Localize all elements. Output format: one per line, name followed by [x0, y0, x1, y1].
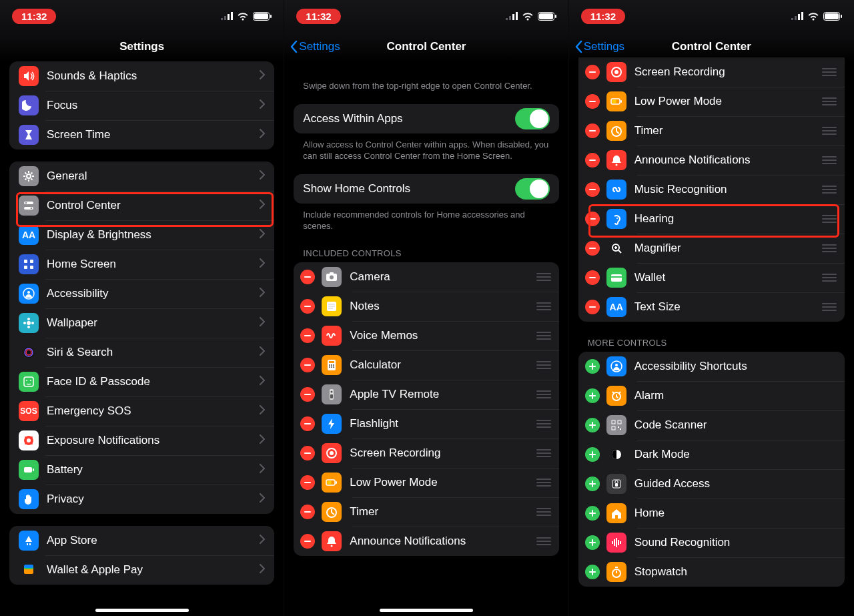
- access-within-apps-toggle[interactable]: [515, 108, 550, 129]
- recording-time-pill[interactable]: 11:32: [581, 9, 625, 24]
- settings-row-siri-search[interactable]: Siri & Search: [9, 338, 274, 367]
- control-row-home: Home: [578, 499, 845, 528]
- control-row-magnifier: Magnifier: [578, 234, 845, 263]
- settings-row-emergency-sos[interactable]: SOSEmergency SOS: [9, 396, 274, 426]
- add-button[interactable]: [585, 477, 600, 491]
- settings-row-sounds-haptics[interactable]: Sounds & Haptics: [9, 61, 274, 91]
- settings-row-display-brightness[interactable]: AADisplay & Brightness: [9, 220, 274, 250]
- svg-rect-6: [270, 15, 272, 18]
- svg-point-27: [26, 380, 27, 381]
- remove-button[interactable]: [300, 534, 315, 549]
- chevron-right-icon: [260, 229, 265, 238]
- settings-row-battery[interactable]: Battery: [9, 455, 274, 485]
- remove-button[interactable]: [585, 241, 600, 256]
- remove-button[interactable]: [300, 416, 315, 431]
- settings-row-screen-time[interactable]: Screen Time: [9, 120, 274, 149]
- reorder-grip-icon[interactable]: [535, 273, 552, 281]
- remove-button[interactable]: [300, 299, 315, 314]
- add-button[interactable]: [585, 388, 600, 403]
- add-button[interactable]: [585, 535, 600, 550]
- settings-content[interactable]: Sounds & HapticsFocusScreen Time General…: [0, 61, 284, 616]
- control-center-content[interactable]: Screen RecordingLow Power ModeTimerAnnou…: [569, 57, 854, 616]
- settings-row-focus[interactable]: Focus: [9, 91, 274, 120]
- reorder-grip-icon[interactable]: [535, 537, 552, 545]
- reorder-grip-icon[interactable]: [535, 390, 552, 398]
- control-label: Low Power Mode: [350, 476, 534, 489]
- control-label: Accessibility Shortcuts: [634, 360, 838, 373]
- reorder-grip-icon[interactable]: [821, 68, 838, 76]
- reorder-grip-icon[interactable]: [535, 449, 552, 457]
- add-button[interactable]: [585, 565, 600, 579]
- svg-rect-133: [615, 483, 618, 487]
- reorder-grip-icon[interactable]: [535, 332, 552, 340]
- chevron-right-icon: [260, 317, 265, 326]
- reorder-grip-icon[interactable]: [535, 508, 552, 516]
- settings-row-home-screen[interactable]: Home Screen: [9, 250, 274, 279]
- reorder-grip-icon[interactable]: [821, 127, 838, 135]
- remove-button[interactable]: [585, 182, 600, 197]
- settings-row-app-store[interactable]: App Store: [9, 526, 274, 555]
- remove-button[interactable]: [585, 153, 600, 168]
- recording-time-pill[interactable]: 11:32: [296, 9, 340, 24]
- settings-row-privacy[interactable]: Privacy: [9, 485, 274, 514]
- access-within-apps-row[interactable]: Access Within Apps: [294, 104, 558, 133]
- add-button[interactable]: [585, 506, 600, 521]
- nav-title: Settings: [119, 40, 164, 53]
- reorder-grip-icon[interactable]: [535, 479, 552, 487]
- remove-button[interactable]: [585, 270, 600, 285]
- remove-button[interactable]: [300, 475, 315, 490]
- row-label: Screen Time: [47, 128, 260, 141]
- settings-row-exposure-notifications[interactable]: Exposure Notifications: [9, 426, 274, 455]
- reorder-grip-icon[interactable]: [821, 97, 838, 105]
- settings-row-wallet-apple-pay[interactable]: Wallet & Apple Pay: [9, 555, 274, 585]
- reorder-grip-icon[interactable]: [535, 302, 552, 310]
- row-label: Emergency SOS: [47, 404, 260, 418]
- settings-row-accessibility[interactable]: Accessibility: [9, 279, 274, 308]
- home-indicator[interactable]: [95, 609, 189, 612]
- reorder-grip-icon[interactable]: [535, 361, 552, 369]
- add-button[interactable]: [585, 418, 600, 432]
- home-indicator[interactable]: [380, 609, 473, 612]
- back-button[interactable]: Settings: [290, 40, 340, 53]
- reorder-grip-icon[interactable]: [821, 156, 838, 164]
- remove-button[interactable]: [585, 94, 600, 109]
- guided-access-icon: [606, 474, 626, 494]
- remove-button[interactable]: [585, 65, 600, 79]
- svg-point-63: [329, 366, 330, 368]
- reorder-grip-icon[interactable]: [535, 420, 552, 428]
- reorder-grip-icon[interactable]: [821, 274, 838, 282]
- svg-rect-42: [512, 14, 514, 20]
- add-button[interactable]: [585, 447, 600, 462]
- add-button[interactable]: [585, 359, 600, 374]
- settings-row-general[interactable]: General: [9, 162, 274, 191]
- remove-button[interactable]: [585, 212, 600, 226]
- settings-row-face-id-passcode[interactable]: Face ID & Passcode: [9, 367, 274, 396]
- svg-point-11: [31, 208, 33, 210]
- show-home-controls-toggle[interactable]: [515, 178, 550, 200]
- reorder-grip-icon[interactable]: [821, 215, 838, 223]
- remove-button[interactable]: [300, 446, 315, 460]
- recording-time-pill[interactable]: 11:32: [12, 9, 56, 24]
- reorder-grip-icon[interactable]: [821, 303, 838, 311]
- control-label: Low Power Mode: [634, 95, 821, 108]
- row-label: Privacy: [47, 493, 260, 506]
- reorder-grip-icon[interactable]: [821, 244, 838, 252]
- back-button[interactable]: Settings: [574, 40, 624, 53]
- cell-signal-icon: [791, 12, 803, 20]
- remove-button[interactable]: [300, 328, 315, 343]
- remove-button[interactable]: [585, 300, 600, 314]
- settings-row-wallpaper[interactable]: Wallpaper: [9, 308, 274, 338]
- remove-button[interactable]: [300, 505, 315, 519]
- show-home-controls-label: Show Home Controls: [303, 182, 514, 196]
- battery-icon: [19, 460, 39, 480]
- timer-icon: [322, 502, 342, 522]
- remove-button[interactable]: [300, 358, 315, 372]
- settings-row-control-center[interactable]: Control Center: [9, 191, 274, 220]
- reorder-grip-icon[interactable]: [821, 186, 838, 194]
- control-label: Stopwatch: [634, 565, 838, 579]
- remove-button[interactable]: [585, 123, 600, 138]
- control-center-content[interactable]: Swipe down from the top-right edge to op…: [284, 61, 568, 616]
- remove-button[interactable]: [300, 270, 315, 284]
- remove-button[interactable]: [300, 387, 315, 402]
- show-home-controls-row[interactable]: Show Home Controls: [294, 174, 558, 204]
